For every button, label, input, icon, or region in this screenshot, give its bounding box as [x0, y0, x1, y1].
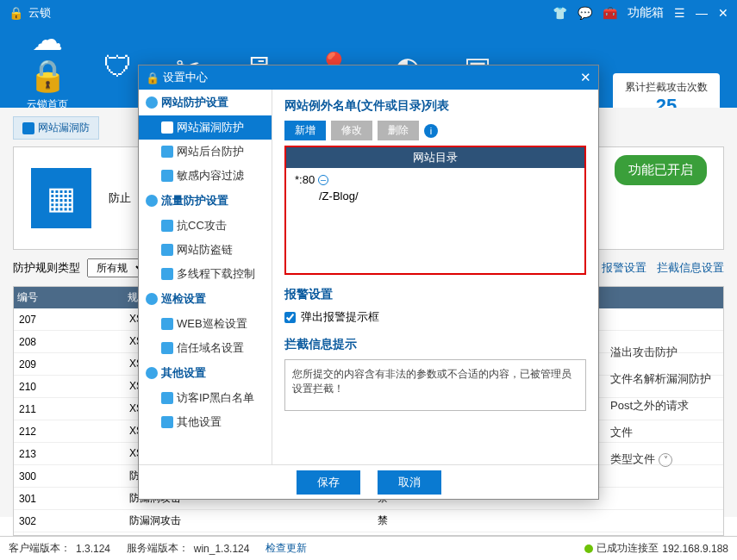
hint-filetype: 类型文件˅ — [610, 451, 711, 467]
group-patrol[interactable]: 巡检设置 — [139, 286, 272, 312]
item-icon — [161, 170, 173, 182]
dir-host: *:80 — [295, 173, 315, 186]
sidebar-item-vuln[interactable]: 网站漏洞防护 — [139, 115, 272, 140]
server-label: 服务端版本： — [127, 541, 189, 556]
toolbox-icon[interactable]: 🧰 — [603, 6, 617, 20]
right-hints: 溢出攻击防护 文件名解析漏洞防护 Post之外的请求 文件 类型文件˅ — [610, 345, 711, 467]
exception-btnrow: 新增 修改 删除 i — [284, 121, 586, 140]
edit-button[interactable]: 修改 — [331, 121, 372, 140]
modal-close-icon[interactable]: ✕ — [580, 70, 591, 85]
alarm-title: 报警设置 — [284, 287, 586, 302]
block-info-link[interactable]: 拦截信息设置 — [657, 260, 724, 276]
directory-box: 网站目录 *:80 – /Z-Blog/ — [284, 146, 586, 275]
new-button[interactable]: 新增 — [284, 121, 326, 140]
shield-icon[interactable]: 🛡 — [103, 50, 133, 84]
item-icon — [161, 416, 173, 428]
status-dot-icon — [584, 544, 593, 553]
menu-icon[interactable]: ☰ — [674, 6, 685, 20]
alarm-checkbox[interactable] — [284, 312, 296, 323]
lock-icon: 🔒 — [9, 6, 23, 20]
cancel-button[interactable]: 取消 — [378, 470, 441, 495]
modal-titlebar: 🔒 设置中心 ✕ — [139, 65, 598, 90]
shield-graphic: ▦ — [31, 168, 91, 228]
info-icon[interactable]: i — [424, 124, 438, 138]
tab-vuln[interactable]: 网站漏洞防 — [13, 116, 99, 140]
sidebar-item-hotlink[interactable]: 网站防盗链 — [139, 238, 272, 262]
group-site-protect[interactable]: 网站防护设置 — [139, 90, 272, 115]
modal-footer: 保存 取消 — [139, 464, 598, 499]
cloud-lock-icon: ☁🔒 — [17, 22, 78, 94]
minimize-icon[interactable]: — — [696, 6, 708, 20]
sidebar-item-cc[interactable]: 抗CC攻击 — [139, 214, 272, 238]
item-icon — [161, 318, 173, 330]
block-message-box[interactable]: 您所提交的内容含有非法的参数或不合适的内容，已被管理员设置拦截！ — [284, 359, 586, 411]
check-update-link[interactable]: 检查更新 — [265, 541, 307, 556]
hint-filename: 文件名解析漏洞防护 — [610, 371, 711, 387]
hint-file: 文件 — [610, 425, 711, 440]
prevent-text: 防止 — [109, 190, 131, 206]
titlebar-right: 👕 💬 🧰 功能箱 ☰ — ✕ — [553, 5, 728, 21]
counter-label: 累计拦截攻击次数 — [625, 80, 708, 95]
item-icon — [161, 268, 173, 280]
col-id: 编号 — [14, 287, 124, 308]
modal-content: 网站例外名单(文件或目录)列表 新增 修改 删除 i 网站目录 *:80 – /… — [272, 90, 598, 464]
titlebar: 🔒 云锁 👕 💬 🧰 功能箱 ☰ — ✕ — [0, 0, 737, 26]
chevron-down-icon[interactable]: ˅ — [659, 453, 672, 467]
exception-list-title: 网站例外名单(文件或目录)列表 — [284, 98, 586, 114]
delete-button[interactable]: 删除 — [378, 121, 419, 140]
sidebar-item-ipbw[interactable]: 访客IP黑白名单 — [139, 386, 272, 410]
toolbox-label[interactable]: 功能箱 — [628, 5, 664, 21]
sidebar-item-multithread[interactable]: 多线程下载控制 — [139, 262, 272, 286]
client-version: 1.3.124 — [76, 543, 110, 555]
alarm-settings-link[interactable]: 报警设置 — [602, 260, 646, 276]
shirt-icon[interactable]: 👕 — [553, 6, 567, 20]
block-title: 拦截信息提示 — [284, 337, 586, 352]
filter-label: 防护规则类型 — [13, 260, 80, 276]
hint-post: Post之外的请求 — [610, 398, 711, 414]
settings-modal: 🔒 设置中心 ✕ 网站防护设置 网站漏洞防护 网站后台防护 敏感内容过滤 流量防… — [138, 65, 599, 500]
collapse-icon[interactable]: – — [318, 175, 328, 185]
item-icon — [161, 342, 173, 354]
dir-host-row[interactable]: *:80 – — [295, 173, 576, 186]
settings-sidebar: 网站防护设置 网站漏洞防护 网站后台防护 敏感内容过滤 流量防护设置 抗CC攻击… — [139, 90, 272, 464]
function-enabled-badge: 功能已开启 — [615, 155, 707, 185]
item-icon — [161, 244, 173, 256]
sidebar-item-sensitive[interactable]: 敏感内容过滤 — [139, 164, 272, 188]
tab-label: 网站漏洞防 — [38, 121, 90, 135]
modal-lock-icon: 🔒 — [146, 72, 159, 84]
dir-body: *:80 – /Z-Blog/ — [286, 168, 584, 208]
dir-child[interactable]: /Z-Blog/ — [295, 190, 576, 202]
close-icon[interactable]: ✕ — [718, 6, 728, 20]
conn-label: 已成功连接至 — [596, 541, 659, 556]
item-icon — [161, 121, 173, 134]
hint-overflow: 溢出攻击防护 — [610, 345, 711, 360]
item-icon — [161, 392, 173, 404]
dir-header: 网站目录 — [286, 147, 584, 168]
conn-ip: 192.168.9.188 — [662, 543, 728, 555]
modal-title: 设置中心 — [163, 70, 208, 85]
client-label: 客户端版本： — [9, 541, 71, 556]
app-title: 云锁 — [28, 5, 51, 21]
nav-home[interactable]: ☁🔒 云锁首页 — [17, 22, 78, 112]
item-icon — [161, 146, 173, 158]
group-other[interactable]: 其他设置 — [139, 360, 272, 386]
statusbar: 客户端版本： 1.3.124 服务端版本： win_1.3.124 检查更新 已… — [0, 536, 737, 560]
sidebar-item-trustdomain[interactable]: 信任域名设置 — [139, 336, 272, 360]
tab-icon — [22, 122, 34, 134]
group-traffic[interactable]: 流量防护设置 — [139, 188, 272, 214]
sidebar-item-webpatrol[interactable]: WEB巡检设置 — [139, 312, 272, 336]
table-row[interactable]: 302防漏洞攻击禁 — [14, 510, 723, 532]
connection-status: 已成功连接至 192.168.9.188 — [584, 541, 728, 556]
alarm-checkbox-label: 弹出报警提示框 — [301, 309, 379, 325]
modal-body: 网站防护设置 网站漏洞防护 网站后台防护 敏感内容过滤 流量防护设置 抗CC攻击… — [139, 90, 598, 464]
chat-icon[interactable]: 💬 — [578, 6, 592, 20]
alarm-checkbox-row: 弹出报警提示框 — [284, 309, 586, 325]
sidebar-item-other[interactable]: 其他设置 — [139, 410, 272, 434]
sidebar-item-admin[interactable]: 网站后台防护 — [139, 140, 272, 164]
filter-links: 报警设置 拦截信息设置 — [602, 260, 724, 276]
server-version: win_1.3.124 — [194, 543, 250, 555]
item-icon — [161, 220, 173, 232]
save-button[interactable]: 保存 — [297, 470, 360, 495]
